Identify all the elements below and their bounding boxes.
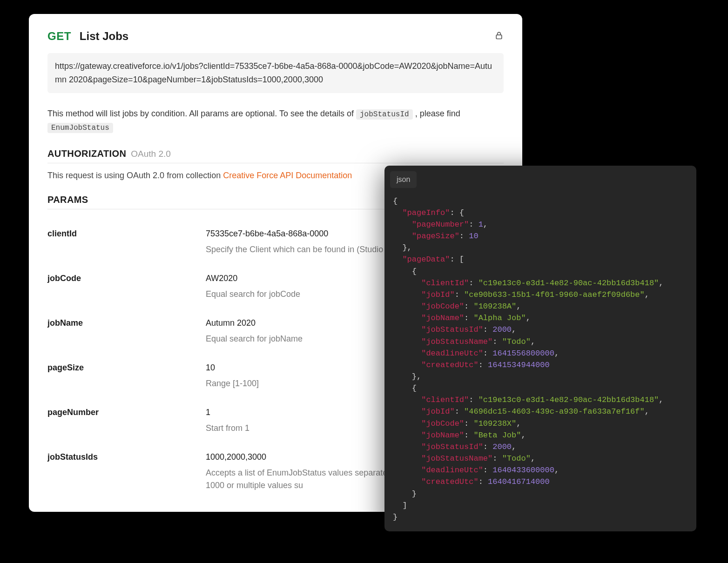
svg-rect-0 (496, 35, 502, 39)
lock-icon (494, 31, 504, 42)
endpoint-description: This method will list jobs by condition.… (47, 107, 504, 134)
desc-middle: , please find (415, 109, 460, 118)
response-tabs: json (384, 171, 696, 192)
response-panel: json { "pageInfo": { "pageNumber": 1, "p… (384, 166, 696, 531)
param-name: pageSize (47, 363, 206, 390)
header-row: GET List Jobs (47, 30, 504, 43)
auth-label: AUTHORIZATION (47, 148, 126, 159)
response-tab-json[interactable]: json (390, 171, 417, 188)
http-method: GET (47, 30, 71, 43)
request-url[interactable]: https://gateway.creativeforce.io/v1/jobs… (47, 53, 504, 93)
auth-note-prefix: This request is using OAuth 2.0 from col… (47, 171, 223, 180)
param-name: jobName (47, 318, 206, 345)
param-name: jobStatusIds (47, 452, 206, 492)
desc-code-jobstatusid: jobStatusId (356, 109, 413, 120)
param-name: clientId (47, 229, 206, 256)
header-left: GET List Jobs (47, 30, 128, 43)
desc-code-enum: EnumJobStatus (47, 123, 113, 133)
desc-prefix: This method will list jobs by condition.… (47, 109, 356, 118)
auth-collection-link[interactable]: Creative Force API Documentation (223, 171, 352, 180)
auth-type: OAuth 2.0 (131, 149, 171, 159)
params-label: PARAMS (47, 194, 88, 205)
endpoint-title: List Jobs (80, 30, 128, 43)
response-body[interactable]: { "pageInfo": { "pageNumber": 1, "pageSi… (384, 192, 696, 523)
param-name: pageNumber (47, 408, 206, 435)
auth-section-head: AUTHORIZATION OAuth 2.0 (47, 148, 504, 163)
param-name: jobCode (47, 274, 206, 301)
